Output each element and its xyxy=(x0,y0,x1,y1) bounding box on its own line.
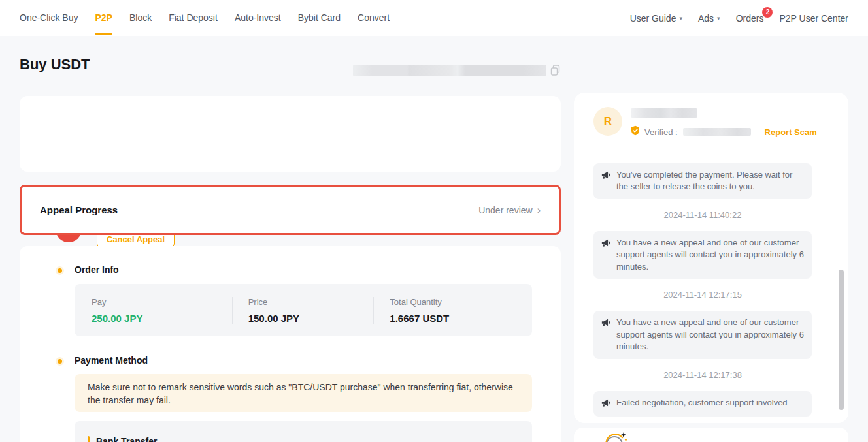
nav-convert[interactable]: Convert xyxy=(358,0,390,36)
verified-label: Verified : xyxy=(644,127,678,137)
chat-timestamp: 2024-11-14 12:17:38 xyxy=(593,370,812,380)
order-info-box: Pay 250.00 JPY Price 150.00 JPY Total Qu… xyxy=(75,284,532,336)
user-guide-label: User Guide xyxy=(630,13,676,24)
system-message: You have a new appeal and one of our cus… xyxy=(593,231,812,279)
copy-icon[interactable] xyxy=(550,65,561,76)
verified-row: Verified : Report Scam xyxy=(630,125,817,138)
chat-timestamp: 2024-11-14 12:17:15 xyxy=(593,290,812,300)
pay-label: Pay xyxy=(92,297,232,307)
nav-block[interactable]: Block xyxy=(129,0,152,36)
appeal-progress-card[interactable]: Appeal Progress Under review › xyxy=(20,185,561,235)
order-number-redacted xyxy=(353,65,546,76)
section-bullet-icon xyxy=(58,268,62,273)
nav-tabs: One-Click Buy P2P Block Fiat Deposit Aut… xyxy=(20,0,390,36)
message-text: You've completed the payment. Please wai… xyxy=(616,169,804,193)
p2p-user-center-link[interactable]: P2P User Center xyxy=(779,13,848,24)
top-navigation: One-Click Buy P2P Block Fiat Deposit Aut… xyxy=(0,0,868,36)
message-text: You have a new appeal and one of our cus… xyxy=(616,237,804,273)
user-guide-menu[interactable]: User Guide ▾ xyxy=(630,13,682,24)
appeal-progress-title: Appeal Progress xyxy=(40,204,118,215)
nav-fiat-deposit[interactable]: Fiat Deposit xyxy=(169,0,218,36)
bank-transfer-item[interactable]: Bank Transfer xyxy=(75,421,532,442)
chevron-right-icon: › xyxy=(537,205,541,215)
p2p-user-center-label: P2P User Center xyxy=(779,13,848,24)
chat-input-area xyxy=(574,428,848,442)
chat-panel: R Verified : Report Scam xyxy=(574,93,848,423)
chat-scrollbar[interactable] xyxy=(839,270,844,410)
order-details-card: Order Info Pay 250.00 JPY Price 150.00 J… xyxy=(20,246,561,442)
appeal-status-text: Under review xyxy=(478,205,532,215)
payment-warning-note: Make sure not to remark sensitive words … xyxy=(75,374,532,412)
price-label: Price xyxy=(248,297,374,307)
megaphone-icon xyxy=(601,398,610,411)
section-bullet-icon xyxy=(58,359,62,364)
page-title: Buy USDT xyxy=(20,56,90,73)
pay-value: 250.00 JPY xyxy=(92,313,232,324)
orders-link[interactable]: Orders 2 xyxy=(736,13,764,24)
price-value: 150.00 JPY xyxy=(248,313,374,324)
caret-down-icon: ▾ xyxy=(717,15,720,22)
system-message: You have a new appeal and one of our cus… xyxy=(593,311,812,358)
nav-auto-invest[interactable]: Auto-Invest xyxy=(235,0,281,36)
ads-label: Ads xyxy=(698,13,714,24)
price-field: Price 150.00 JPY xyxy=(232,297,374,324)
appeal-progress-status[interactable]: Under review › xyxy=(478,205,541,215)
system-message: You've completed the payment. Please wai… xyxy=(593,163,812,199)
vertical-divider xyxy=(758,128,758,136)
chat-header: R Verified : Report Scam xyxy=(574,93,848,155)
nav-bybit-card[interactable]: Bybit Card xyxy=(298,0,341,36)
message-text: You have a new appeal and one of our cus… xyxy=(616,317,804,353)
caret-down-icon: ▾ xyxy=(679,15,682,22)
pay-field: Pay 250.00 JPY xyxy=(92,297,232,324)
system-message: Failed negotiation, customer support inv… xyxy=(593,391,812,417)
nav-one-click-buy[interactable]: One-Click Buy xyxy=(20,0,78,36)
payment-method-section-title: Payment Method xyxy=(75,355,148,366)
payment-method-accent-bar xyxy=(88,436,90,442)
chat-message-list: You've completed the payment. Please wai… xyxy=(593,155,812,417)
appeal-banner-card: ! An appeal is under review Cancel Appea… xyxy=(20,96,561,172)
orders-count-badge: 2 xyxy=(762,7,773,18)
verified-shield-icon xyxy=(630,125,641,138)
megaphone-icon xyxy=(601,238,610,273)
total-quantity-label: Total Quantity xyxy=(390,297,515,307)
orders-label: Orders xyxy=(736,13,764,24)
chat-timestamp: 2024-11-14 11:40:22 xyxy=(593,210,812,220)
megaphone-icon xyxy=(601,170,610,193)
total-quantity-field: Total Quantity 1.6667 USDT xyxy=(373,297,515,324)
emoji-picker-icon[interactable] xyxy=(604,432,629,442)
nav-utility: User Guide ▾ Ads ▾ Orders 2 P2P User Cen… xyxy=(630,13,848,24)
counterparty-name-redacted xyxy=(631,108,697,118)
verified-info-redacted xyxy=(683,128,751,136)
megaphone-icon xyxy=(601,318,610,353)
bank-transfer-label: Bank Transfer xyxy=(96,436,157,442)
ads-menu[interactable]: Ads ▾ xyxy=(698,13,720,24)
message-text: Failed negotiation, customer support inv… xyxy=(616,397,788,411)
total-quantity-value: 1.6667 USDT xyxy=(390,313,515,324)
nav-p2p[interactable]: P2P xyxy=(95,0,112,36)
order-info-section-title: Order Info xyxy=(75,264,119,275)
counterparty-avatar[interactable]: R xyxy=(593,107,622,136)
report-scam-link[interactable]: Report Scam xyxy=(765,127,817,137)
